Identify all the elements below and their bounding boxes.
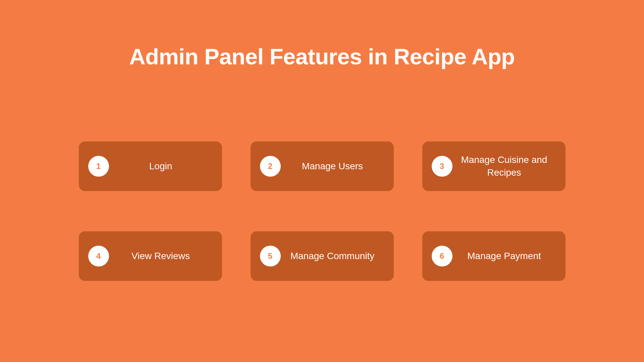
- feature-label: Login: [109, 160, 213, 173]
- feature-number: 4: [96, 251, 101, 261]
- feature-number: 5: [268, 251, 272, 261]
- feature-label: Manage Payment: [452, 250, 556, 262]
- feature-card-manage-cuisine: 3 Manage Cuisine and Recipes: [422, 141, 566, 191]
- feature-card-view-reviews: 4 View Reviews: [79, 231, 222, 281]
- feature-label: Manage Community: [281, 250, 384, 262]
- feature-label: Manage Users: [281, 160, 384, 173]
- feature-number: 3: [440, 162, 444, 171]
- feature-number: 2: [268, 162, 272, 171]
- number-circle: 5: [260, 246, 281, 266]
- number-circle: 4: [88, 246, 109, 266]
- feature-label: View Reviews: [109, 250, 213, 262]
- feature-card-login: 1 Login: [79, 141, 222, 191]
- feature-card-manage-payment: 6 Manage Payment: [422, 231, 566, 281]
- number-circle: 2: [260, 156, 281, 177]
- slide-container: Admin Panel Features in Recipe App 1 Log…: [0, 0, 644, 362]
- feature-card-manage-community: 5 Manage Community: [251, 231, 394, 281]
- page-title: Admin Panel Features in Recipe App: [129, 44, 515, 69]
- feature-number: 1: [96, 162, 101, 171]
- number-circle: 1: [88, 156, 109, 177]
- feature-card-manage-users: 2 Manage Users: [251, 141, 394, 191]
- number-circle: 6: [432, 246, 452, 266]
- feature-number: 6: [440, 251, 444, 261]
- number-circle: 3: [432, 156, 452, 177]
- feature-label: Manage Cuisine and Recipes: [452, 154, 556, 179]
- features-grid: 1 Login 2 Manage Users 3 Manage Cuisine …: [79, 141, 566, 281]
